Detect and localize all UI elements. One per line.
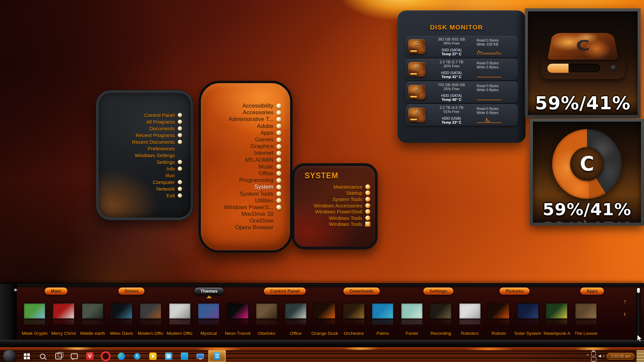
taskbar-button-photos[interactable]: [161, 350, 177, 362]
submenu-item-system-tools[interactable]: System Tools: [294, 196, 370, 202]
network-display-icon[interactable]: [591, 357, 596, 361]
scroll-up-icon[interactable]: ↑: [624, 298, 627, 305]
disk-row-d[interactable]: D2.0 TB /2.7 TB26% FreeHDD (SATA)Temp 41…: [406, 59, 518, 80]
taskbar-button-edge[interactable]: [114, 350, 129, 362]
taskbar-button-search[interactable]: [35, 350, 51, 362]
menu-item-exit[interactable]: Exit: [99, 192, 182, 199]
dock-tab-drives[interactable]: Drives: [118, 287, 145, 295]
taskbar-button-opera[interactable]: [98, 350, 114, 362]
menu-item-ms-admin[interactable]: MS ADMIN: [201, 157, 281, 164]
taskbar-button-alarms[interactable]: [129, 350, 145, 362]
menu-item-adobe[interactable]: Adobe: [201, 123, 281, 130]
drive-activity-bar: [547, 64, 600, 73]
menu-item-windows-settings[interactable]: Windows Settings: [99, 152, 182, 159]
dock-scrollbar[interactable]: [636, 287, 641, 339]
taskbar-button-vivaldi[interactable]: V: [82, 350, 98, 362]
menu-item-office[interactable]: Office: [201, 170, 281, 177]
theme-thumbnail-the-louvre-19[interactable]: The Louvre: [571, 303, 601, 324]
menu-item-system[interactable]: System: [201, 184, 281, 190]
menu-item-preferences[interactable]: Preferences: [99, 145, 182, 152]
theme-thumbnail-mystical-6[interactable]: Mystical: [194, 303, 223, 324]
disk-io: Read 0 BytesWrite 228 KB: [477, 38, 517, 55]
taskbar-clock[interactable]: 2:03:05 am: [606, 353, 635, 360]
menu-item-label: Windows PowerShell: [315, 209, 362, 215]
theme-thumbnail-recording-14[interactable]: Recording: [426, 303, 455, 324]
theme-thumbnail-middle-earth-2[interactable]: Middle earth: [78, 303, 107, 324]
theme-thumbnail-meek-gryphi-0[interactable]: Meek Gryphi: [20, 303, 49, 324]
menu-item-utilities[interactable]: Utilities: [201, 197, 281, 204]
menu-item-recent-documents[interactable]: Recent Documents: [99, 138, 182, 145]
menu-item-onedrive[interactable]: OneDrive: [201, 218, 281, 224]
menu-item-dot: [365, 190, 370, 195]
theme-thumbnail-palms-12[interactable]: Palms: [368, 303, 397, 324]
theme-thumbnail-office-9[interactable]: Office: [281, 303, 311, 324]
theme-thumbnail-miles-davis-3[interactable]: Miles Davis: [107, 303, 137, 324]
menu-item-system-tools[interactable]: System Tools: [201, 190, 281, 197]
menu-item-dot: [178, 167, 182, 171]
menu-item-documents[interactable]: Documents: [99, 125, 182, 132]
theme-thumbnail-orange-dusk-10[interactable]: Orange Dusk: [310, 303, 339, 324]
dock-tab-main[interactable]: Main: [45, 287, 68, 295]
menu-item-games[interactable]: Games: [201, 136, 281, 143]
taskbar-button-start-orb[interactable]: [0, 350, 19, 362]
usb-device-icon[interactable]: [591, 351, 596, 356]
disk-row-c[interactable]: C382 GB /931 GB59% FreeSSD (SATA)Temp 37…: [406, 36, 518, 57]
menu-item-administrative-t[interactable]: Administrative T...: [201, 116, 281, 123]
submenu-item-startup[interactable]: Startup: [294, 190, 370, 196]
menu-item-programming[interactable]: Programming: [201, 177, 281, 184]
menu-item-run[interactable]: Run: [99, 172, 182, 179]
submenu-item-windows-accessories[interactable]: Windows Accessories: [294, 202, 370, 209]
disk-row-e[interactable]: E702 GB /930 GB25% FreeHDD (SATA)Temp 46…: [406, 81, 518, 103]
menu-item-all-programs[interactable]: All Programs: [99, 118, 182, 125]
taskbar-button-notepad[interactable]: [208, 350, 226, 362]
theme-thumbnail-steampunk-a-18[interactable]: Steampunk A: [542, 303, 572, 324]
submenu-item-windows-tools[interactable]: Windows Toolsw: [294, 221, 370, 228]
dock-knob[interactable]: [14, 289, 17, 292]
menu-item-recent-programs[interactable]: Recent Programs: [99, 132, 182, 138]
menu-item-settings[interactable]: Settings: [99, 159, 182, 165]
menu-item-network[interactable]: Network: [99, 185, 182, 192]
menu-item-computer[interactable]: Computer: [99, 179, 182, 185]
menu-item-apps[interactable]: Apps: [201, 130, 281, 136]
submenu-item-windows-tools[interactable]: Windows Tools: [294, 215, 370, 221]
theme-thumbnail-pastel-13[interactable]: Pastel: [397, 303, 427, 324]
taskbar-button-store[interactable]: [177, 350, 193, 362]
taskbar-button-display[interactable]: [193, 350, 208, 362]
theme-thumbnail-neon-transit-7[interactable]: Neon Transit: [223, 303, 253, 324]
menu-item-accessibility[interactable]: Accessibility: [201, 103, 281, 109]
taskbar-button-windows[interactable]: [19, 350, 35, 362]
theme-thumbnail-merry-christ-1[interactable]: Merry Christ: [49, 303, 78, 324]
menu-item-internet[interactable]: Internet: [201, 150, 281, 157]
tray-chevron-up-icon[interactable]: ^: [587, 353, 589, 358]
taskbar-button-media-player[interactable]: [145, 350, 161, 362]
theme-thumbnail-modern-offic-5[interactable]: Modern Offic: [165, 303, 195, 324]
disk-row-i[interactable]: I2.2 TB /4.5 TB51% FreeHDD (USB)Temp 33°…: [406, 104, 518, 126]
submenu-item-windows-powershell[interactable]: Windows PowerShell: [294, 208, 370, 215]
volume-icon[interactable]: [599, 355, 601, 358]
theme-thumbnail-solar-system-17[interactable]: Solar System: [513, 303, 543, 324]
theme-thumbnail-robotics-15[interactable]: Robotics: [455, 303, 485, 324]
menu-item-music[interactable]: Music: [201, 164, 281, 170]
menu-item-graphics[interactable]: Graphics: [201, 143, 281, 150]
dock-tab-settings[interactable]: Settings: [423, 287, 453, 295]
menu-item-accessories[interactable]: Accessories: [201, 109, 281, 116]
menu-item-opera-browser[interactable]: Opera Browser: [201, 224, 281, 231]
theme-thumbnail-modern-offic-4[interactable]: Modern Offic: [136, 303, 165, 324]
submenu-item-maintenance[interactable]: Maintenance: [294, 184, 370, 190]
menu-item-label: Settings: [157, 159, 175, 165]
taskbar-button-chat[interactable]: [66, 350, 82, 362]
menu-item-info[interactable]: Info: [99, 165, 182, 172]
theme-thumbnail-obelisks-8[interactable]: Obelisks: [252, 303, 281, 324]
dock-tab-themes[interactable]: Themes: [194, 287, 224, 295]
menu-item-windows-powers[interactable]: Windows PowerS...: [201, 204, 281, 211]
theme-thumbnail-robots-16[interactable]: Robots: [484, 303, 514, 324]
menu-item-macdrive-10[interactable]: MacDrive 10: [201, 211, 281, 218]
dock-tab-downloads[interactable]: Downloads: [343, 287, 380, 295]
dock-tab-apps[interactable]: Apps: [580, 287, 604, 295]
dock-tab-pictures[interactable]: Pictures: [499, 287, 530, 295]
dock-tab-control-panel[interactable]: Control Panel: [264, 287, 306, 295]
menu-item-control-panel[interactable]: Control Panel: [99, 112, 182, 118]
taskbar-button-task-view[interactable]: [51, 350, 66, 362]
dock-scrollbar-thumb[interactable]: [637, 288, 640, 293]
theme-thumbnail-orchestra-11[interactable]: Orchestra: [339, 303, 369, 324]
